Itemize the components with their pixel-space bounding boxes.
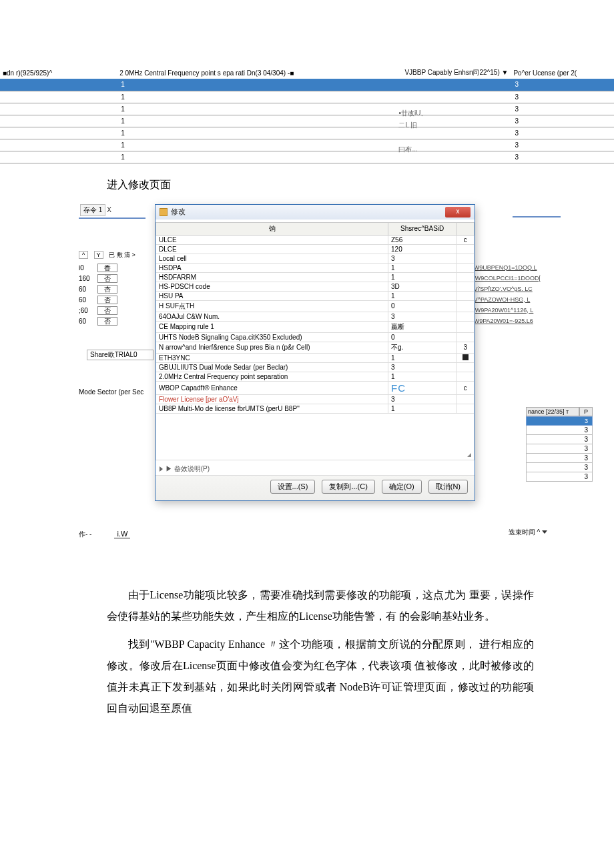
peek-cell: 3 <box>526 454 593 463</box>
arrow-right-icon <box>160 466 163 472</box>
table-row[interactable]: DLCE120 <box>156 244 475 254</box>
dlg-col-name: 饷 <box>156 222 388 235</box>
chevron-down-icon <box>542 530 547 534</box>
table-row[interactable]: HSU PA1 <box>156 291 475 300</box>
ok-button[interactable]: 确定(O) <box>382 480 422 494</box>
left-rule <box>79 218 145 219</box>
table-row[interactable]: N arrow^and Inierf&rence Sup pres Bia n … <box>156 342 475 353</box>
right-label-item: 0W9UBPENQ1=1DQQ.L <box>471 264 541 275</box>
right-label-item: QW9PA20W01^1126, L <box>471 307 541 318</box>
dialog-buttons: 设置...(S) 复制到...(C) 确定(O) 取消(N) <box>156 475 475 500</box>
right-labels: 0W9UBPENQ1=1DQQ.LQW9COLPCCI1=1DOOD[0Vi'S… <box>471 264 541 328</box>
dialog-table: 饷 Shsrec^BASiD ULCEZ56cDLCE120Local cell… <box>156 222 475 414</box>
dlg-empty-area <box>156 414 475 460</box>
right-peek-table: nance [22/35] т P 3 333333 <box>526 407 593 482</box>
top-table: ■dn r)(925/925)^ 2 0MHz Central Frequenc… <box>0 67 614 163</box>
filter-label: 已 敷 清 > <box>109 252 135 258</box>
filter-up-icon[interactable]: ^ <box>79 251 88 259</box>
top-blue-row: 1 3 <box>0 79 614 91</box>
table-row[interactable]: WBOP Capadft® EnhanceFCc <box>156 381 475 394</box>
list-item: ;60否 <box>79 306 117 316</box>
table-row[interactable]: HS-PDSCH code3D <box>156 282 475 291</box>
table-row[interactable]: UHTS NodeB Signaling Capa.citK350 Exclud… <box>156 332 475 342</box>
dlg-col-val: Shsrec^BASiD <box>388 222 456 235</box>
list-item: i0香 <box>79 263 117 274</box>
right-rule <box>513 216 561 218</box>
table-row: 1•廿改iU、3 <box>0 103 614 115</box>
dialog-title: 修改 <box>171 207 445 217</box>
modify-dialog: 修改 x 饷 Shsrec^BASiD ULCEZ56cDLCE120Local… <box>155 204 475 501</box>
top-h2: 2 0MHz Central Frequency point s epa rat… <box>117 67 398 79</box>
end-time-col[interactable]: 迭束时间 ^ <box>509 528 547 537</box>
right-label-item: QW9COLPCCI1=1DOOD[ <box>471 275 541 286</box>
table-row: 13 <box>0 91 614 103</box>
left-tab[interactable]: 存令 1 <box>80 204 105 216</box>
paragraph-1: 由于License功能项比较多，需要准确找到需要修改的功能项，这点尤为 重要，误… <box>107 584 534 627</box>
top-h3[interactable]: VJBBP Capably Enhsn问22^15) ▼ <box>398 67 511 79</box>
peek-cell: 3 <box>526 435 593 444</box>
table-row[interactable]: HSDFARRM1 <box>156 272 475 282</box>
close-icon[interactable]: X <box>107 206 111 213</box>
list-item: 60否 <box>79 295 117 306</box>
action-row: 作- - i.W <box>79 530 130 539</box>
peek-cell: 3 <box>526 472 593 482</box>
dialog-titlebar[interactable]: 修改 x <box>156 205 475 220</box>
filter-row: ^ Y 已 敷 清 > <box>79 251 135 260</box>
paragraph-2: 找到"WBBP Capacity Enhance 〃这个功能项，根据前文所说的分… <box>107 634 534 719</box>
peek-cell: 3 <box>526 444 593 454</box>
small-list: i0香160否60杏60否;60否60否 <box>79 263 117 327</box>
command-input[interactable]: Share欧TRIAL0 <box>87 350 154 360</box>
set-button[interactable]: 设置...(S) <box>270 480 316 494</box>
close-button[interactable]: x <box>445 207 471 218</box>
action-prefix: 作- - <box>79 530 91 539</box>
peek-hdr-right[interactable]: P <box>579 407 593 416</box>
list-item: 160否 <box>79 274 117 284</box>
table-row[interactable]: ETH3YNC1 <box>156 353 475 362</box>
table-row[interactable]: Flower License [per aO'aVj3 <box>156 394 475 404</box>
table-row[interactable]: 64OAJul C&W Num.3 <box>156 312 475 321</box>
param-desc-toggle[interactable]: ▶ 畚效说明(P) <box>156 460 475 475</box>
filter-y-icon[interactable]: Y <box>94 251 103 259</box>
table-row: 13 <box>0 151 614 163</box>
action-iw[interactable]: i.W <box>114 530 130 538</box>
list-item: 60杏 <box>79 284 117 295</box>
screenshot-region: 存令 1X ^ Y 已 敷 清 > i0香160否60杏60否;60否60否 S… <box>0 204 614 571</box>
list-item: 60否 <box>79 316 117 327</box>
cancel-button[interactable]: 取消(N) <box>428 480 468 494</box>
peek-blue-row: 3 <box>526 416 593 426</box>
table-row[interactable]: UB8P Multi-Mo de license fbrUMTS (perU B… <box>156 404 475 413</box>
table-row: 13 <box>0 127 614 139</box>
peek-cell: 3 <box>526 463 593 472</box>
resize-icon[interactable] <box>467 453 471 457</box>
table-row[interactable]: CE Mapping rule 1贏断 <box>156 321 475 332</box>
right-label-item: 0Vi'SPftZO'.VO^gS. LC <box>471 286 541 296</box>
mode-sector-label: Mode Sector (per Sec <box>79 388 143 396</box>
table-row: 1二L 旧3 <box>0 115 614 127</box>
table-row[interactable]: GBUJLIIUTS Dual Mode Sedar (per Beclar)3 <box>156 362 475 372</box>
top-h1: ■dn r)(925/925)^ <box>0 67 117 79</box>
table-row[interactable]: Local cell3 <box>156 254 475 263</box>
table-row[interactable]: ULCEZ56c <box>156 235 475 244</box>
dialog-icon <box>160 208 168 216</box>
right-label-item: 0V^PAZOWOI-HSG, L <box>471 296 541 307</box>
table-row[interactable]: H SUF点TH0 <box>156 300 475 312</box>
table-row: 1曰布...3 <box>0 139 614 151</box>
peek-hdr-left[interactable]: nance [22/35] т <box>526 407 579 416</box>
copy-button[interactable]: 复制到...(C) <box>322 480 374 494</box>
dlg-col-extra <box>456 222 475 235</box>
caption-enter-modify: 进入修改页面 <box>107 178 614 192</box>
table-row[interactable]: 2.0MHz Central Frequency point separatio… <box>156 372 475 381</box>
right-label-item: 0W9PA20W01=-925.L6 <box>471 318 541 328</box>
table-row[interactable]: HSDPA1 <box>156 263 475 272</box>
top-h4: Po^er Ucense (per 2( <box>511 67 614 79</box>
peek-cell: 3 <box>526 426 593 435</box>
